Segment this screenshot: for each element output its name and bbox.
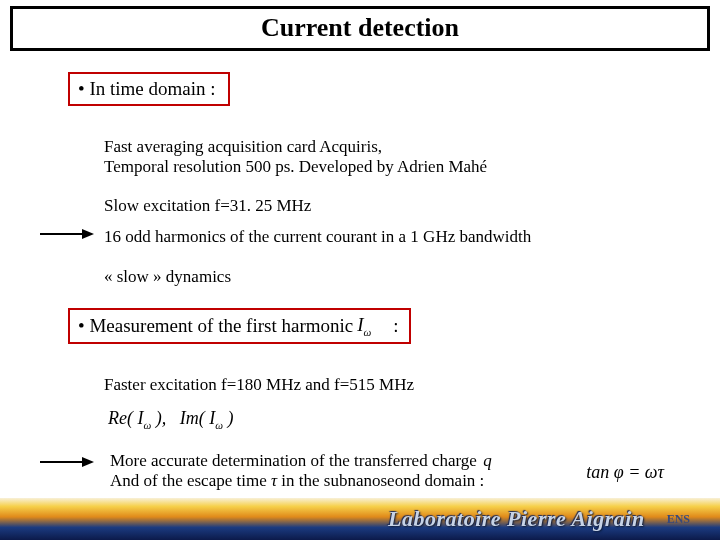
re-im-expression: Re( Iω ), Im( Iω ) [108, 408, 234, 431]
bullet-first-harmonic: • Measurement of the first harmonic Iω : [68, 308, 411, 344]
line-slow-excitation: Slow excitation f=31. 25 MHz [104, 195, 311, 216]
footer-banner: Laboratoire Pierre Aigrain ENS [0, 498, 720, 540]
arrow-icon [40, 228, 96, 240]
tan-phi-equation: tan φ = ωτ [586, 462, 664, 483]
line-escape-time: And of the escape time τ in the subnanos… [110, 470, 484, 491]
l8a-text: And of the escape time [110, 471, 271, 490]
line-accurate-charge: More accurate determination of the trans… [110, 450, 492, 471]
line-acquiris: Fast averaging acquisition card Acquiris… [104, 136, 382, 157]
line-temporal-resolution: Temporal resolution 500 ps. Developed by… [104, 156, 487, 177]
lab-name: Laboratoire Pierre Aigrain [388, 506, 645, 532]
line-harmonics: 16 odd harmonics of the current courant … [104, 226, 531, 247]
l8b-text: in the subnanoseond domain : [281, 471, 484, 490]
line-slow-dynamics: « slow » dynamics [104, 266, 231, 287]
ens-badge: ENS [667, 512, 690, 527]
bullet-time-domain: • In time domain : [68, 72, 230, 106]
l7-text: More accurate determination of the trans… [110, 451, 477, 470]
slide-title: Current detection [10, 6, 710, 51]
q-symbol: q [483, 451, 492, 470]
bullet2-suffix: : [393, 315, 398, 337]
tau-symbol: τ [271, 471, 277, 490]
arrow-icon [40, 456, 96, 468]
bullet2-prefix: • Measurement of the first harmonic [78, 315, 353, 337]
line-faster-excitation: Faster excitation f=180 MHz and f=515 MH… [104, 374, 414, 395]
i-omega-symbol: Iω [357, 314, 371, 338]
